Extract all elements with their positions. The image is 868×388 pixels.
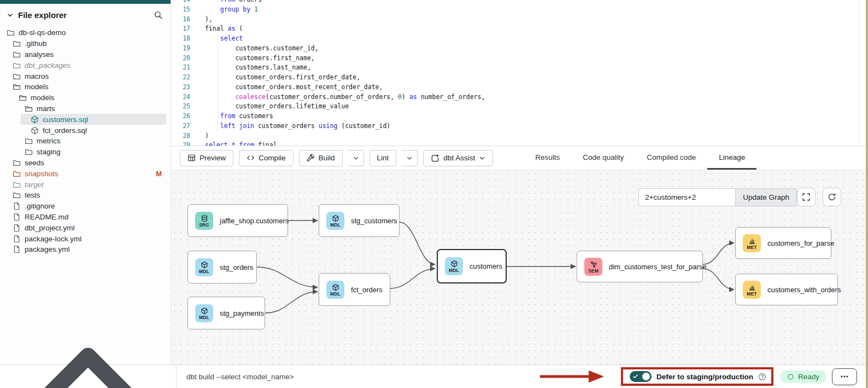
tree-item-label: db-sl-qs-demo <box>19 28 66 37</box>
tab-lineage[interactable]: Lineage <box>707 146 756 170</box>
tree-item-macros[interactable]: macros <box>0 71 171 82</box>
build-button[interactable]: Build <box>299 150 343 166</box>
code-line-18[interactable]: 18 select <box>171 34 868 44</box>
code-editor[interactable]: 14 from orders15 group by 116),17final a… <box>171 0 868 146</box>
cube-icon <box>450 260 458 268</box>
tree-item--github[interactable]: .github <box>0 38 171 49</box>
code-line-14[interactable]: 14 from orders <box>171 0 868 5</box>
tree-item-db-sl-qs-demo[interactable]: db-sl-qs-demo <box>0 27 171 38</box>
code-line-22[interactable]: 22 customer_orders.first_order_date, <box>171 73 868 83</box>
lineage-node-jaffle-shop-customers[interactable]: SRCjaffle_shop.customers <box>187 204 288 237</box>
model-cube-icon <box>31 126 39 135</box>
tree-item-label: macros <box>25 72 49 80</box>
tree-item-staging[interactable]: staging <box>0 147 171 158</box>
node-name: jaffle_shop.customers <box>220 217 289 225</box>
tree-item-label: target <box>25 181 44 189</box>
refresh-button[interactable] <box>823 188 841 206</box>
tree-item-seeds[interactable]: seeds <box>0 158 171 169</box>
line-number: 23 <box>171 83 190 92</box>
code-line-17[interactable]: 17final as ( <box>171 24 868 34</box>
chevron-down-icon <box>406 155 413 161</box>
tree-item-label: models <box>25 83 49 91</box>
folder-icon <box>13 39 21 48</box>
lineage-node-stg-payments[interactable]: MDLstg_payments <box>187 297 265 329</box>
lineage-node-stg-orders[interactable]: MDLstg_orders <box>187 251 257 283</box>
tree-item-snapshots[interactable]: snapshotsM <box>0 168 171 179</box>
dbt-assist-button[interactable]: dbt Assist <box>423 150 493 166</box>
editor-scrollbar-track[interactable] <box>859 0 859 146</box>
tree-item-dbt-project-yml[interactable]: dbt_project.yml <box>0 222 171 233</box>
lineage-node-customers-for-parse[interactable]: METcustomers_for_parse <box>735 227 831 259</box>
node-type-badge: MDL <box>195 258 213 276</box>
code-text: customers.customer_id, <box>205 44 319 54</box>
tree-item--gitignore[interactable]: .gitignore <box>0 201 171 212</box>
tree-item-analyses[interactable]: analyses <box>0 49 171 60</box>
lineage-filter-input[interactable] <box>638 188 735 206</box>
folder-open-icon <box>19 94 27 102</box>
tree-item-models[interactable]: models <box>0 82 171 92</box>
help-icon[interactable] <box>758 373 766 381</box>
lineage-node-customers-with-orders[interactable]: METcustomers_with_orders <box>735 274 838 305</box>
compile-button[interactable]: Compile <box>239 150 294 166</box>
node-type-label: MDL <box>199 315 209 320</box>
code-line-24[interactable]: 24 coalesce(customer_orders.number_of_or… <box>171 92 868 102</box>
chevron-down-icon[interactable] <box>7 11 14 19</box>
code-line-15[interactable]: 15 group by 1 <box>171 5 868 15</box>
code-text: customer_orders.first_order_date, <box>205 73 360 83</box>
more-options-button[interactable] <box>832 368 857 385</box>
tree-item-customers-sql[interactable]: customers.sql <box>21 114 166 125</box>
file-icon <box>13 213 21 221</box>
tree-item-packages-yml[interactable]: packages.yml <box>0 244 171 255</box>
tree-item-fct-orders-sql[interactable]: fct_orders.sql <box>0 125 171 136</box>
lint-dropdown-button[interactable] <box>402 150 418 166</box>
tree-item-metrics[interactable]: metrics <box>0 136 171 147</box>
dbt-command-input[interactable] <box>186 373 416 381</box>
wrench-icon <box>307 154 315 162</box>
folder-icon <box>25 148 33 156</box>
defer-toggle[interactable] <box>630 371 652 382</box>
code-line-27[interactable]: 27 left join customer_orders using (cust… <box>171 121 868 131</box>
tree-item-dbt-packages[interactable]: dbt_packages <box>0 60 171 71</box>
line-number: 28 <box>171 131 190 141</box>
tree-item-readme-md[interactable]: README.md <box>0 212 171 223</box>
lineage-node-customers[interactable]: MDLcustomers <box>437 249 507 283</box>
tab-results[interactable]: Results <box>524 146 571 170</box>
code-text: left join customer_orders using (custome… <box>205 121 390 131</box>
code-line-23[interactable]: 23 customer_orders.most_recent_order_dat… <box>171 83 868 92</box>
build-dropdown-button[interactable] <box>348 150 364 166</box>
folder-icon <box>13 50 21 59</box>
code-line-21[interactable]: 21 customers.last_name, <box>171 63 868 73</box>
code-line-16[interactable]: 16), <box>171 15 868 25</box>
code-line-29[interactable]: 29select * from final <box>171 141 868 146</box>
search-icon[interactable] <box>154 10 163 20</box>
line-number: 18 <box>171 34 190 44</box>
code-line-28[interactable]: 28) <box>171 131 868 141</box>
tree-item-models[interactable]: models <box>0 92 171 103</box>
code-line-19[interactable]: 19 customers.customer_id, <box>171 44 868 54</box>
lint-button[interactable]: Lint <box>370 150 397 166</box>
chevron-up-icon[interactable] <box>0 294 176 388</box>
code-line-26[interactable]: 26 from customers <box>171 112 868 121</box>
tab-code-quality[interactable]: Code quality <box>571 146 635 170</box>
ready-status-badge[interactable]: Ready <box>780 370 826 383</box>
status-bar: Defer to staging/production Ready <box>0 364 868 388</box>
update-graph-button[interactable]: Update Graph <box>735 188 797 206</box>
line-number: 17 <box>171 24 190 34</box>
screen-right-strip <box>866 0 868 388</box>
database-icon <box>201 215 208 222</box>
node-type-label: MET <box>747 245 757 250</box>
preview-button[interactable]: Preview <box>180 150 233 166</box>
lineage-node-fct-orders[interactable]: MDLfct_orders <box>319 273 390 306</box>
tree-item-marts[interactable]: marts <box>0 103 171 114</box>
tree-item-package-lock-yml[interactable]: package-lock.yml <box>0 233 171 244</box>
lineage-panel[interactable]: SRCjaffle_shop.customersMDLstg_customers… <box>171 170 868 364</box>
tree-item-target[interactable]: target <box>0 179 171 190</box>
code-line-20[interactable]: 20 customers.first_name, <box>171 54 868 63</box>
tab-compiled-code[interactable]: Compiled code <box>635 146 707 170</box>
code-line-25[interactable]: 25 customer_orders.lifetime_value <box>171 102 868 112</box>
lineage-node-dim-customers-test-for-parse[interactable]: SEMdim_customers_test_for_parse <box>577 251 703 282</box>
tree-item-label: customers.sql <box>43 115 88 124</box>
fullscreen-button[interactable] <box>797 188 816 206</box>
tree-item-tests[interactable]: tests <box>0 190 171 201</box>
lineage-node-stg-customers[interactable]: MDLstg_customers <box>319 204 400 237</box>
